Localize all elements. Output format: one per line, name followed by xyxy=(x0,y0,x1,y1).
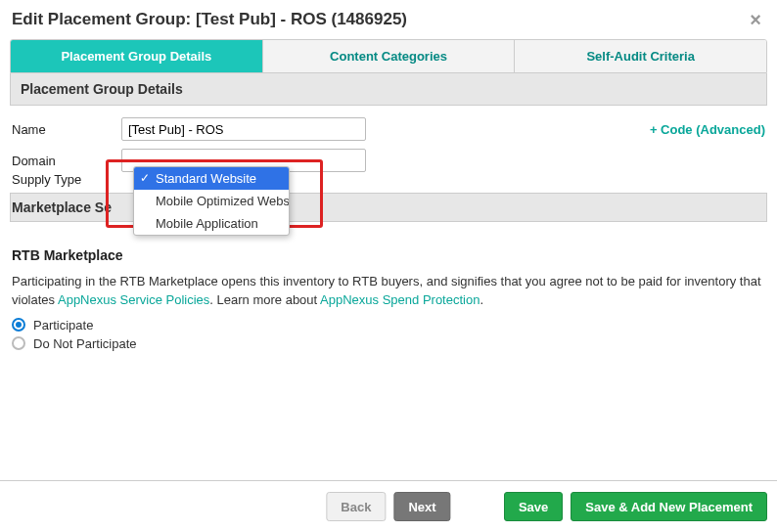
name-input[interactable] xyxy=(121,117,366,141)
dropdown-opt-standard-website[interactable]: Standard Website xyxy=(134,167,289,190)
tab-placement-details[interactable]: Placement Group Details xyxy=(11,40,263,72)
link-spend-protection[interactable]: AppNexus Spend Protection xyxy=(320,292,480,307)
section-heading: Placement Group Details xyxy=(10,73,767,106)
save-button[interactable]: Save xyxy=(504,492,563,521)
dropdown-opt-mobile-application[interactable]: Mobile Application xyxy=(134,212,289,235)
back-button[interactable]: Back xyxy=(326,492,386,521)
radio-row-participate[interactable]: Participate xyxy=(12,318,765,332)
dropdown-opt-mobile-optimized[interactable]: Mobile Optimized Website xyxy=(134,190,289,212)
supply-type-dropdown[interactable]: Standard Website Mobile Optimized Websit… xyxy=(133,166,290,236)
radio-row-no-participate[interactable]: Do Not Participate xyxy=(12,336,765,351)
close-icon[interactable]: × xyxy=(746,10,765,29)
form-area: Name + Code (Advanced) Domain xyxy=(10,106,767,172)
footer: Back Next Save Save & Add New Placement xyxy=(0,481,777,532)
tab-content-categories[interactable]: Content Categories xyxy=(263,40,516,72)
rtb-description: Participating in the RTB Marketplace ope… xyxy=(12,273,765,310)
modal-title: Edit Placement Group: [Test Pub] - ROS (… xyxy=(12,10,407,29)
next-button[interactable]: Next xyxy=(393,492,450,521)
marketplace-bar xyxy=(10,193,767,222)
footer-center-buttons: Back Next xyxy=(326,492,450,521)
rtb-text3: . xyxy=(480,292,483,307)
domain-label: Domain xyxy=(12,154,121,168)
row-name: Name + Code (Advanced) xyxy=(12,117,765,141)
link-service-policies[interactable]: AppNexus Service Policies xyxy=(58,292,209,307)
save-add-button[interactable]: Save & Add New Placement xyxy=(571,492,767,521)
rtb-text2: . Learn more about xyxy=(209,292,320,307)
marketplace-heading: Marketplace Se xyxy=(12,200,112,215)
modal-container: Edit Placement Group: [Test Pub] - ROS (… xyxy=(0,0,777,172)
rtb-heading: RTB Marketplace xyxy=(12,247,765,263)
radio-participate-label: Participate xyxy=(33,318,93,332)
radio-no-participate[interactable] xyxy=(12,336,25,350)
supply-type-label: Supply Type xyxy=(12,172,81,187)
modal-header: Edit Placement Group: [Test Pub] - ROS (… xyxy=(10,6,767,39)
tab-bar: Placement Group Details Content Categori… xyxy=(10,39,767,73)
tab-self-audit[interactable]: Self-Audit Criteria xyxy=(515,40,766,72)
radio-participate[interactable] xyxy=(12,318,25,332)
radio-no-participate-label: Do Not Participate xyxy=(33,336,137,351)
rtb-section: RTB Marketplace Participating in the RTB… xyxy=(10,230,767,355)
row-domain: Domain xyxy=(12,149,765,172)
name-label: Name xyxy=(12,122,121,137)
code-advanced-link[interactable]: + Code (Advanced) xyxy=(650,122,765,137)
